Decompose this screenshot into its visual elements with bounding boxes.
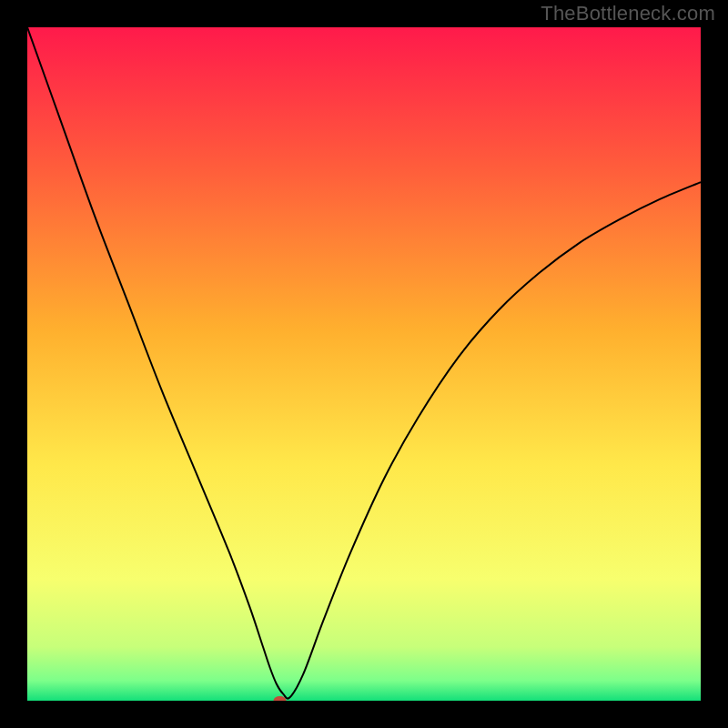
gradient-background	[27, 27, 701, 701]
plot-area	[27, 27, 701, 701]
chart-svg	[27, 27, 701, 701]
chart-frame: TheBottleneck.com	[0, 0, 728, 728]
watermark-text: TheBottleneck.com	[541, 2, 715, 25]
